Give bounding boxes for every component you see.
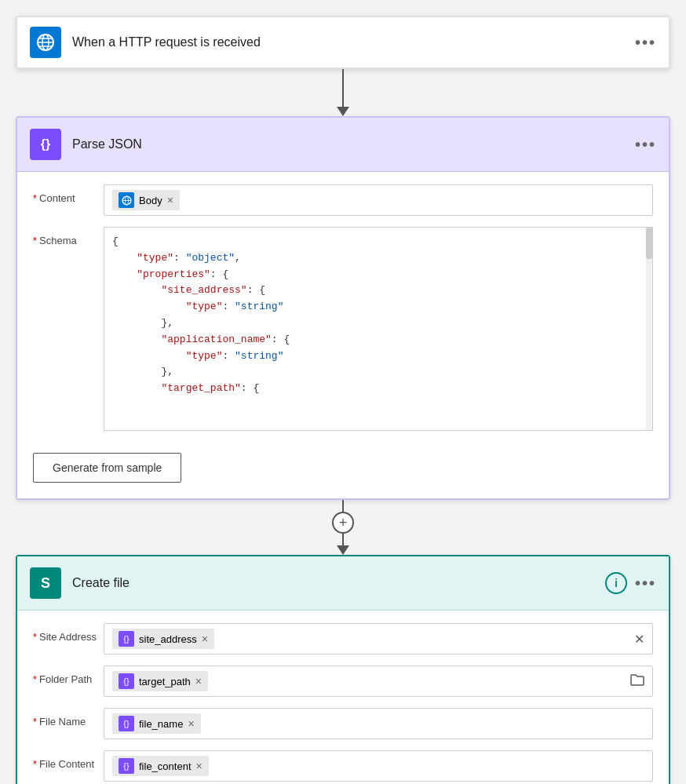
schema-scrollbar-track — [646, 228, 652, 430]
site-address-tag-close[interactable]: × — [202, 633, 208, 644]
folder-path-tag: {} target_path × — [112, 671, 208, 691]
site-req: * — [33, 631, 37, 643]
schema-field-row: *Schema { "type": "object", "properties"… — [33, 227, 653, 431]
folder-path-tag-icon: {} — [119, 673, 134, 689]
file-content-tag-close[interactable]: × — [196, 760, 203, 771]
site-address-tag-label: site_address — [139, 633, 197, 645]
site-address-row: *Site Address {} site_address × ✕ — [33, 623, 653, 655]
parse-json-icon: {} — [30, 129, 61, 160]
site-address-tag-icon: {} — [119, 631, 134, 647]
file-content-tag: {} file_content × — [112, 756, 209, 776]
schema-textarea[interactable]: { "type": "object", "properties": { "sit… — [104, 227, 653, 431]
plus-arrow-head — [337, 545, 349, 555]
content-field-row: *Content Body × — [33, 184, 653, 216]
schema-wrapper: { "type": "object", "properties": { "sit… — [104, 227, 653, 431]
info-button[interactable]: i — [605, 572, 627, 594]
site-address-tag: {} site_address × — [112, 629, 214, 649]
create-file-block: S Create file i ••• *Site Address {} sit… — [16, 555, 670, 784]
content-label: *Content — [33, 184, 104, 204]
site-address-label: *Site Address — [33, 623, 104, 643]
file-content-tag-icon: {} — [119, 758, 134, 774]
add-step-button[interactable]: + — [332, 512, 354, 534]
folder-path-label: *Folder Path — [33, 665, 104, 685]
file-name-label: *File Name — [33, 708, 104, 727]
http-request-block: When a HTTP request is received ••• — [16, 16, 670, 69]
content-input[interactable]: Body × — [104, 184, 653, 216]
body-tag-label: Body — [139, 195, 162, 206]
file-name-input[interactable]: {} file_name × — [104, 708, 653, 739]
plus-line-bottom — [342, 534, 344, 545]
folder-path-tag-label: target_path — [139, 676, 191, 687]
body-tag: Body × — [112, 190, 180, 210]
filecontent-req: * — [33, 758, 37, 770]
create-file-more-options[interactable]: ••• — [635, 574, 656, 593]
create-file-icon: S — [30, 567, 61, 599]
arrow-1 — [337, 69, 349, 116]
parse-json-header: {} Parse JSON ••• — [17, 118, 669, 172]
http-more-options[interactable]: ••• — [635, 34, 656, 52]
plus-line-top — [342, 500, 344, 512]
create-file-icon-letter: S — [41, 575, 50, 592]
filename-req: * — [33, 716, 37, 727]
file-name-tag-close[interactable]: × — [188, 718, 194, 729]
file-content-tag-label: file_content — [139, 760, 192, 772]
parse-json-block: {} Parse JSON ••• *Content — [16, 116, 670, 500]
plus-sign: + — [339, 515, 348, 531]
arrow-line-1 — [342, 69, 344, 107]
file-content-label: *File Content — [33, 750, 104, 770]
plus-connector-1: + — [332, 500, 354, 555]
arrow-head-1 — [337, 107, 349, 116]
parse-json-title: Parse JSON — [72, 137, 635, 151]
create-file-header: S Create file i ••• — [17, 556, 669, 611]
schema-content: { "type": "object", "properties": { "sit… — [112, 234, 644, 397]
generate-from-sample-button[interactable]: Generate from sample — [33, 453, 181, 483]
schema-required-mark: * — [33, 235, 37, 246]
browse-folder-button[interactable] — [630, 673, 644, 689]
info-icon: i — [615, 577, 618, 589]
folder-path-row: *Folder Path {} target_path × — [33, 665, 653, 697]
content-required-mark: * — [33, 192, 37, 204]
parse-json-body: *Content Body × — [17, 172, 669, 498]
file-name-tag-label: file_name — [139, 718, 183, 730]
http-request-header: When a HTTP request is received ••• — [16, 16, 670, 69]
folder-path-input[interactable]: {} target_path × — [104, 665, 653, 697]
body-tag-icon — [119, 192, 134, 208]
file-name-tag: {} file_name × — [112, 713, 201, 734]
file-name-row: *File Name {} file_name × — [33, 708, 653, 739]
site-address-input[interactable]: {} site_address × ✕ — [104, 623, 653, 655]
schema-label: *Schema — [33, 227, 104, 246]
http-block-title: When a HTTP request is received — [72, 35, 635, 49]
folder-path-tag-close[interactable]: × — [195, 676, 202, 687]
file-content-row: *File Content {} file_content × — [33, 750, 653, 782]
site-address-clear[interactable]: ✕ — [634, 632, 644, 647]
create-file-body: *Site Address {} site_address × ✕ *Folde… — [17, 611, 669, 784]
file-content-input[interactable]: {} file_content × — [104, 750, 653, 782]
schema-scrollbar-thumb[interactable] — [646, 228, 652, 259]
parse-json-more-options[interactable]: ••• — [635, 136, 656, 154]
folder-req: * — [33, 673, 37, 685]
body-tag-close[interactable]: × — [167, 195, 173, 206]
create-file-title: Create file — [72, 576, 605, 590]
http-icon — [30, 27, 61, 58]
file-name-tag-icon: {} — [119, 716, 134, 731]
